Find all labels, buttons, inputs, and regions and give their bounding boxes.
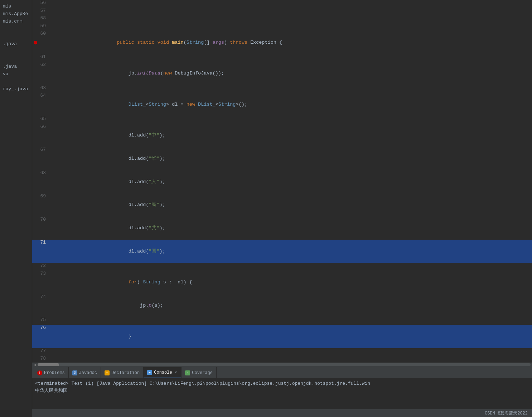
sidebar-item-empty5 [1,78,30,85]
line-content-72 [50,263,532,271]
line-content-56 [50,0,532,8]
line-content-60: public static void main(String[] args) t… [50,31,532,54]
horizontal-scrollbar[interactable]: ◀ [32,363,532,367]
line-number-62: 62 [32,62,50,85]
line-number-58: 58 [32,15,50,23]
tab-console-label: Console [154,370,172,375]
keyword-new2: new [187,102,195,107]
sidebar-item-mis[interactable]: mis [1,3,30,10]
type-dlist: DList_ [129,102,146,107]
string-ren: "人" [149,179,159,184]
tab-declaration-label: Declaration [111,370,140,375]
line-number-63: 63 [32,85,50,93]
line-number-65: 65 [32,116,50,124]
line-number-69: 69 [32,193,50,217]
line-number-76: 76 [32,325,50,348]
line-number-78: 78 [32,356,50,363]
line-number-77: 77 [32,348,50,356]
keyword-for: for [129,279,137,285]
coverage-icon: ✓ [185,370,190,375]
sidebar-item-empty3 [1,48,30,55]
line-content-66: dl.add("中"); [50,124,532,147]
line-number-67: 67 [32,147,50,170]
method-p: p [149,303,151,308]
line-content-69: dl.add("民"); [50,193,532,217]
console-icon: ▶ [147,370,152,375]
sidebar-item-appre[interactable]: mis.AppRe [1,10,30,17]
line-content-74: jp.p(s); [50,294,532,317]
table-row: 69 dl.add("民"); [32,193,532,217]
table-row: 60 public static void main(String[] args… [32,31,532,54]
main-area: mis mis.AppRe mis.crm .java .java va ray… [0,0,532,417]
sidebar-item-va[interactable]: va [1,71,30,77]
sidebar: mis mis.AppRe mis.crm .java .java va ray… [0,0,32,417]
sidebar-item-java1[interactable]: .java [1,40,30,47]
line-content-65 [50,116,532,124]
scrollbar-thumb[interactable] [38,363,59,366]
tab-coverage[interactable]: ✓ Coverage [182,367,217,378]
type-string2: String [149,102,166,107]
console-close-button[interactable]: × [174,370,178,375]
string-guo: "国" [149,249,159,254]
line-content-70: dl.add("共"); [50,217,532,240]
sidebar-item-ray-java[interactable]: ray_.java [1,86,30,92]
table-row: 61 [32,54,532,62]
line-content-68: dl.add("人"); [50,170,532,193]
tab-declaration[interactable]: ≡ Declaration [101,367,144,378]
method-initdata: initData [137,71,160,76]
line-number-60: 60 [32,31,50,54]
tab-javadoc-label: Javadoc [79,370,97,375]
table-row: 73 for( String s : dl) { [32,271,532,294]
tab-problems-label: Problems [44,370,65,375]
string-hua: "华" [149,156,159,161]
line-number-68: 68 [32,170,50,193]
tab-problems[interactable]: ! Problems [34,367,69,378]
status-bar: CSDN @碧海蓝天2022 [32,409,532,417]
line-content-77 [50,348,532,356]
keyword-static: static [137,40,155,45]
table-row-highlighted: 71 dl.add("国"); [32,240,532,263]
sidebar-item-crm[interactable]: mis.crm [1,18,30,25]
editor-area: 56 57 58 [32,0,532,417]
line-number-70: 70 [32,217,50,240]
code-container: 56 57 58 [32,0,532,367]
tab-console[interactable]: ▶ Console × [144,367,182,378]
line-content-61 [50,54,532,62]
line-content-73: for( String s : dl) { [50,271,532,294]
keyword-throws: throws [230,40,247,45]
line-content-67: dl.add("华"); [50,147,532,170]
line-content-64: DList_<String> dl = new DList_<String>()… [50,93,532,116]
scrollbar-track[interactable] [38,363,531,366]
line-number-64: 64 [32,93,50,116]
line-content-75 [50,317,532,325]
keyword-void: void [158,40,169,45]
declaration-icon: ≡ [105,370,110,375]
line-number-59: 59 [32,23,50,31]
table-row: 70 dl.add("共"); [32,217,532,240]
sidebar-item-java2[interactable]: .java [1,63,30,70]
line-content-57 [50,8,532,16]
line-number-72: 72 [32,263,50,271]
line-number-74: 74 [32,294,50,317]
tab-coverage-label: Coverage [192,370,213,375]
console-output-line: 中华人民共和国 [35,387,529,394]
line-content-71: dl.add("国"); [50,240,532,263]
type-string-for: String [143,279,160,285]
param-args: args [213,40,224,45]
line-number-66: 66 [32,124,50,147]
tab-javadoc[interactable]: @ Javadoc [69,367,101,378]
status-text: CSDN @碧海蓝天2022 [485,410,528,416]
javadoc-icon: @ [72,370,77,375]
table-row: 72 [32,263,532,271]
table-row: 57 [32,8,532,16]
string-zhong: "中" [149,133,159,138]
line-content-58 [50,15,532,23]
method-main: main [172,40,183,45]
breakpoint-60 [34,41,37,44]
keyword-public: public [117,40,134,45]
line-number-75: 75 [32,317,50,325]
scroll-left-arrow[interactable]: ◀ [34,362,38,367]
table-row: 75 [32,317,532,325]
code-scroll[interactable]: 56 57 58 [32,0,532,363]
tab-bar: ! Problems @ Javadoc ≡ Declaration ▶ Con… [32,367,532,379]
